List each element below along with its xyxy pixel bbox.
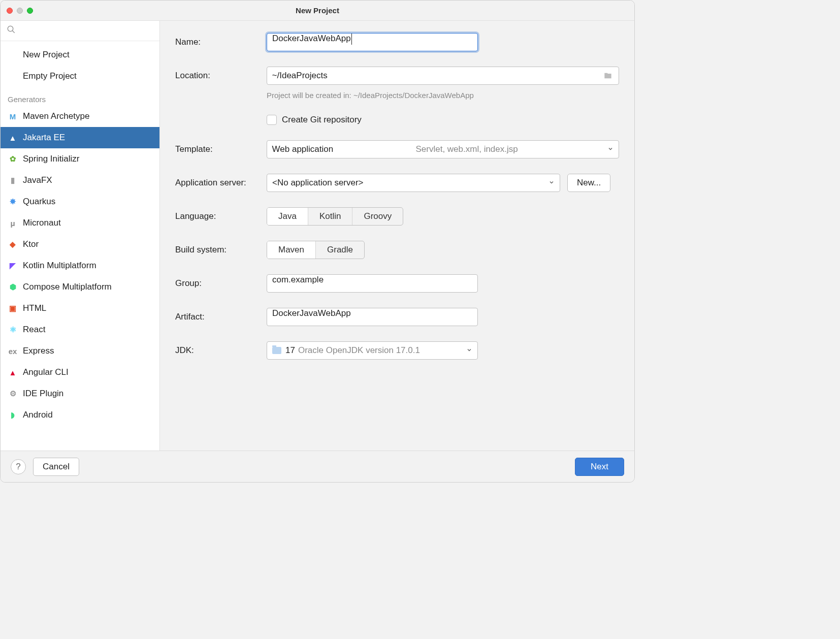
angular-cli-icon: ▲	[8, 367, 18, 377]
sidebar-item-empty-project[interactable]: Empty Project	[1, 66, 159, 87]
new-project-window: New Project New Project Empty Project Ge…	[0, 0, 635, 483]
build-option-maven[interactable]: Maven	[267, 241, 316, 259]
sidebar-item-label: Android	[23, 410, 53, 420]
sidebar-item-label: IDE Plugin	[23, 389, 63, 399]
sidebar-search[interactable]	[1, 21, 159, 41]
sidebar-item-ide-plugin[interactable]: ⚙IDE Plugin	[1, 383, 159, 404]
language-label: Language:	[175, 211, 267, 221]
sidebar-list: New Project Empty Project Generators MMa…	[1, 41, 159, 451]
name-label: Name:	[175, 37, 267, 47]
sidebar-item-label: Maven Archetype	[23, 111, 89, 121]
sidebar-item-spring-initializr[interactable]: ✿Spring Initializr	[1, 148, 159, 170]
window-title: New Project	[1, 6, 634, 15]
quarkus-icon: ✸	[8, 197, 18, 207]
sidebar-item-label: New Project	[23, 50, 70, 60]
spring-initializr-icon: ✿	[8, 154, 18, 164]
sidebar-item-label: Kotlin Multiplatform	[23, 261, 96, 271]
jdk-label: JDK:	[175, 345, 267, 356]
react-icon: ⚛	[8, 325, 18, 335]
artifact-label: Artifact:	[175, 312, 267, 322]
sidebar-item-label: Spring Initializr	[23, 154, 80, 164]
sidebar-item-label: JavaFX	[23, 175, 52, 185]
chevron-down-icon	[607, 144, 613, 154]
sidebar-item-new-project[interactable]: New Project	[1, 44, 159, 66]
artifact-input[interactable]: DockerJavaWebApp	[267, 308, 478, 326]
sidebar-item-label: Compose Multiplatform	[23, 282, 112, 292]
compose-multiplatform-icon: ⬢	[8, 282, 18, 292]
window-controls	[7, 8, 33, 14]
svg-line-1	[12, 30, 15, 33]
sidebar-item-kotlin-multiplatform[interactable]: ◤Kotlin Multiplatform	[1, 255, 159, 276]
help-button[interactable]: ?	[11, 459, 26, 474]
appserver-select[interactable]: <No application server>	[267, 174, 560, 192]
minimize-window-button[interactable]	[17, 8, 23, 14]
sidebar-item-ktor[interactable]: ◆Ktor	[1, 234, 159, 255]
sidebar-item-label: Empty Project	[23, 71, 77, 81]
titlebar: New Project	[1, 1, 634, 21]
sidebar-item-jakarta-ee[interactable]: ▲Jakarta EE	[1, 127, 159, 148]
sidebar-item-micronaut[interactable]: μMicronaut	[1, 212, 159, 234]
close-window-button[interactable]	[7, 8, 13, 14]
sidebar-item-label: HTML	[23, 303, 46, 313]
browse-folder-icon[interactable]	[602, 72, 613, 80]
cancel-button[interactable]: Cancel	[33, 458, 79, 476]
sidebar: New Project Empty Project Generators MMa…	[1, 21, 160, 451]
location-input[interactable]: ~/IdeaProjects	[267, 67, 619, 85]
kotlin-multiplatform-icon: ◤	[8, 261, 18, 271]
group-label: Group:	[175, 278, 267, 289]
template-select[interactable]: Web application Servlet, web.xml, index.…	[267, 140, 619, 158]
sidebar-item-html[interactable]: ▣HTML	[1, 298, 159, 319]
form-panel: Name: DockerJavaWebApp Location: ~/IdeaP…	[160, 21, 634, 451]
search-icon	[7, 26, 16, 36]
language-option-kotlin[interactable]: Kotlin	[308, 208, 353, 225]
javafx-icon: ▮	[8, 175, 18, 185]
appserver-label: Application server:	[175, 178, 267, 188]
template-label: Template:	[175, 144, 267, 154]
sidebar-item-label: Angular CLI	[23, 367, 69, 377]
language-option-java[interactable]: Java	[267, 208, 308, 225]
sidebar-item-label: Ktor	[23, 239, 39, 249]
build-label: Build system:	[175, 245, 267, 255]
build-segmented: MavenGradle	[267, 241, 365, 259]
appserver-new-button[interactable]: New...	[567, 174, 610, 192]
sidebar-item-quarkus[interactable]: ✸Quarkus	[1, 191, 159, 212]
chevron-down-icon	[548, 178, 555, 188]
express-icon: ex	[8, 346, 18, 356]
git-checkbox[interactable]	[267, 115, 277, 125]
maven-archetype-icon: M	[8, 111, 18, 121]
sidebar-item-express[interactable]: exExpress	[1, 340, 159, 362]
android-icon: ◗	[8, 410, 18, 420]
html-icon: ▣	[8, 303, 18, 313]
build-option-gradle[interactable]: Gradle	[316, 241, 364, 259]
sidebar-item-angular-cli[interactable]: ▲Angular CLI	[1, 362, 159, 383]
ktor-icon: ◆	[8, 239, 18, 249]
sidebar-item-label: Jakarta EE	[23, 133, 65, 143]
language-segmented: JavaKotlinGroovy	[267, 207, 403, 226]
sidebar-item-label: Micronaut	[23, 218, 61, 228]
sidebar-item-maven-archetype[interactable]: MMaven Archetype	[1, 106, 159, 127]
name-input[interactable]: DockerJavaWebApp	[267, 33, 478, 51]
sidebar-item-android[interactable]: ◗Android	[1, 404, 159, 426]
ide-plugin-icon: ⚙	[8, 389, 18, 399]
next-button[interactable]: Next	[575, 458, 624, 476]
jdk-select[interactable]: 17 Oracle OpenJDK version 17.0.1	[267, 341, 478, 360]
sidebar-item-compose-multiplatform[interactable]: ⬢Compose Multiplatform	[1, 276, 159, 298]
sidebar-item-label: Quarkus	[23, 197, 55, 207]
language-option-groovy[interactable]: Groovy	[352, 208, 403, 225]
jakarta-ee-icon: ▲	[8, 133, 18, 143]
footer: ? Cancel Next	[1, 451, 634, 482]
chevron-down-icon	[466, 345, 472, 356]
location-hint: Project will be created in: ~/IdeaProjec…	[267, 91, 474, 100]
zoom-window-button[interactable]	[27, 8, 33, 14]
git-checkbox-label: Create Git repository	[282, 115, 362, 125]
group-input[interactable]: com.example	[267, 274, 478, 293]
sidebar-item-javafx[interactable]: ▮JavaFX	[1, 170, 159, 191]
sidebar-item-react[interactable]: ⚛React	[1, 319, 159, 340]
micronaut-icon: μ	[8, 218, 18, 228]
sidebar-item-label: Express	[23, 346, 54, 356]
location-label: Location:	[175, 71, 267, 81]
sidebar-item-label: React	[23, 325, 45, 335]
sidebar-section-header: Generators	[1, 87, 159, 106]
svg-point-0	[8, 26, 13, 31]
help-icon: ?	[16, 462, 20, 472]
